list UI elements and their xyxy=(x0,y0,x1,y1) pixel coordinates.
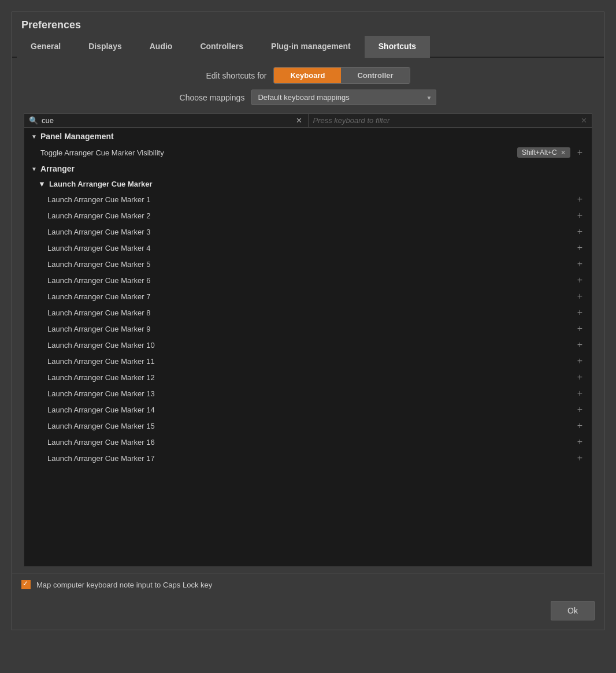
shortcut-name: Launch Arranger Cue Marker 12 xyxy=(47,373,570,382)
group-label-arranger: Arranger xyxy=(40,164,75,173)
list-item: Launch Arranger Cue Marker 6 + xyxy=(24,272,592,288)
shortcut-name: Launch Arranger Cue Marker 6 xyxy=(47,276,570,285)
ok-button[interactable]: Ok xyxy=(551,601,595,620)
edit-shortcuts-row: Edit shortcuts for Keyboard Controller xyxy=(24,67,592,84)
shortcut-name: Launch Arranger Cue Marker 13 xyxy=(47,389,570,398)
tab-plugin-management[interactable]: Plug-in management xyxy=(257,36,365,58)
list-item: Launch Arranger Cue Marker 8 + xyxy=(24,304,592,321)
add-shortcut-button[interactable]: + xyxy=(575,291,585,302)
shortcut-type-toggle: Keyboard Controller xyxy=(273,67,410,84)
tab-audio[interactable]: Audio xyxy=(136,36,187,58)
collapse-icon-panel-management: ▼ xyxy=(31,133,37,140)
mappings-select[interactable]: Default keyboard mappings xyxy=(251,90,436,105)
shortcut-name: Launch Arranger Cue Marker 11 xyxy=(47,357,570,366)
list-item: Launch Arranger Cue Marker 13 + xyxy=(24,385,592,401)
shortcut-name: Launch Arranger Cue Marker 14 xyxy=(47,406,570,414)
preferences-window: Preferences General Displays Audio Contr… xyxy=(12,12,604,630)
collapse-icon-launch-arranger-cue-marker: ▼ xyxy=(38,180,46,188)
add-shortcut-button[interactable]: + xyxy=(575,259,585,269)
list-item: Launch Arranger Cue Marker 2 + xyxy=(24,207,592,224)
mappings-select-wrapper: Default keyboard mappings xyxy=(251,90,436,105)
shortcut-name: Launch Arranger Cue Marker 7 xyxy=(47,292,570,301)
keyboard-toggle-btn[interactable]: Keyboard xyxy=(274,68,341,83)
add-shortcut-button[interactable]: + xyxy=(575,307,585,318)
add-shortcut-button[interactable]: + xyxy=(575,275,585,285)
text-search-box: 🔍 ✕ xyxy=(24,113,309,128)
controller-toggle-btn[interactable]: Controller xyxy=(341,68,409,83)
add-shortcut-button[interactable]: + xyxy=(575,372,585,382)
tab-controllers[interactable]: Controllers xyxy=(186,36,257,58)
shortcut-name: Toggle Arranger Cue Marker Visibility xyxy=(40,148,513,157)
list-item: Launch Arranger Cue Marker 9 + xyxy=(24,321,592,337)
add-shortcut-button[interactable]: + xyxy=(575,226,585,237)
collapse-icon-arranger: ▼ xyxy=(31,166,37,172)
add-shortcut-button[interactable]: + xyxy=(575,421,585,431)
group-header-panel-management[interactable]: ▼ Panel Management xyxy=(24,128,592,144)
add-shortcut-button[interactable]: + xyxy=(575,243,585,253)
add-shortcut-button[interactable]: + xyxy=(575,210,585,221)
shortcut-key-label: Shift+Alt+C xyxy=(522,148,557,157)
list-item: Launch Arranger Cue Marker 4 + xyxy=(24,240,592,256)
title-bar: Preferences xyxy=(12,12,604,36)
add-shortcut-button[interactable]: + xyxy=(575,340,585,350)
tab-general[interactable]: General xyxy=(17,36,75,58)
list-item: Launch Arranger Cue Marker 5 + xyxy=(24,256,592,272)
list-item: Launch Arranger Cue Marker 10 + xyxy=(24,337,592,353)
caps-lock-checkbox[interactable] xyxy=(21,580,31,589)
shortcut-name: Launch Arranger Cue Marker 3 xyxy=(47,228,570,236)
add-shortcut-button[interactable]: + xyxy=(575,356,585,366)
search-icon: 🔍 xyxy=(29,116,38,125)
mappings-row: Choose mappings Default keyboard mapping… xyxy=(24,90,592,105)
content-area: Edit shortcuts for Keyboard Controller C… xyxy=(12,58,604,574)
shortcut-name: Launch Arranger Cue Marker 1 xyxy=(47,195,570,204)
list-item: Launch Arranger Cue Marker 1 + xyxy=(24,191,592,207)
search-clear-button[interactable]: ✕ xyxy=(295,116,303,125)
tab-bar: General Displays Audio Controllers Plug-… xyxy=(12,36,604,58)
shortcut-name: Launch Arranger Cue Marker 16 xyxy=(47,438,570,447)
add-shortcut-button[interactable]: + xyxy=(575,388,585,399)
edit-shortcuts-label: Edit shortcuts for xyxy=(206,71,266,80)
shortcut-name: Launch Arranger Cue Marker 2 xyxy=(47,211,570,220)
ok-row: Ok xyxy=(12,595,604,630)
sub-group-header-launch-arranger-cue-marker[interactable]: ▼ Launch Arranger Cue Marker xyxy=(24,177,592,191)
add-shortcut-button[interactable]: + xyxy=(575,147,585,158)
list-item: Launch Arranger Cue Marker 11 + xyxy=(24,353,592,369)
keyboard-filter-placeholder: Press keyboard to filter xyxy=(313,116,581,125)
list-item: Launch Arranger Cue Marker 12 + xyxy=(24,369,592,385)
add-shortcut-button[interactable]: + xyxy=(575,453,585,463)
group-label-panel-management: Panel Management xyxy=(40,132,114,141)
remove-shortcut-button[interactable]: ✕ xyxy=(561,149,566,157)
list-item: Launch Arranger Cue Marker 16 + xyxy=(24,434,592,450)
add-shortcut-button[interactable]: + xyxy=(575,194,585,204)
list-item: Launch Arranger Cue Marker 17 + xyxy=(24,450,592,466)
shortcut-name: Launch Arranger Cue Marker 4 xyxy=(47,244,570,252)
sub-group-label: Launch Arranger Cue Marker xyxy=(49,180,153,188)
keyboard-filter-clear-button[interactable]: ✕ xyxy=(581,116,587,125)
shortcut-name: Launch Arranger Cue Marker 17 xyxy=(47,454,570,463)
list-item: Launch Arranger Cue Marker 15 + xyxy=(24,418,592,434)
add-shortcut-button[interactable]: + xyxy=(575,324,585,334)
footer-bar: Map computer keyboard note input to Caps… xyxy=(12,574,604,595)
add-shortcut-button[interactable]: + xyxy=(575,404,585,415)
list-item: Launch Arranger Cue Marker 3 + xyxy=(24,224,592,240)
tab-displays[interactable]: Displays xyxy=(75,36,136,58)
list-item: Toggle Arranger Cue Marker Visibility Sh… xyxy=(24,144,592,161)
list-item: Launch Arranger Cue Marker 7 + xyxy=(24,288,592,304)
shortcut-name: Launch Arranger Cue Marker 5 xyxy=(47,260,570,269)
shortcuts-list[interactable]: ▼ Panel Management Toggle Arranger Cue M… xyxy=(24,128,592,567)
search-input[interactable] xyxy=(42,116,291,125)
footer-checkbox-label: Map computer keyboard note input to Caps… xyxy=(36,581,212,589)
mappings-label: Choose mappings xyxy=(180,93,245,102)
group-header-arranger[interactable]: ▼ Arranger xyxy=(24,161,592,177)
search-row: 🔍 ✕ Press keyboard to filter ✕ xyxy=(24,113,592,128)
window-title: Preferences xyxy=(21,19,81,31)
add-shortcut-button[interactable]: + xyxy=(575,437,585,447)
shortcut-badge: Shift+Alt+C ✕ xyxy=(517,147,570,158)
shortcut-name: Launch Arranger Cue Marker 9 xyxy=(47,325,570,333)
shortcut-name: Launch Arranger Cue Marker 10 xyxy=(47,341,570,349)
list-item: Launch Arranger Cue Marker 14 + xyxy=(24,401,592,418)
shortcut-name: Launch Arranger Cue Marker 8 xyxy=(47,308,570,317)
tab-shortcuts[interactable]: Shortcuts xyxy=(365,36,430,58)
shortcut-name: Launch Arranger Cue Marker 15 xyxy=(47,422,570,430)
keyboard-filter-box[interactable]: Press keyboard to filter ✕ xyxy=(309,113,593,128)
